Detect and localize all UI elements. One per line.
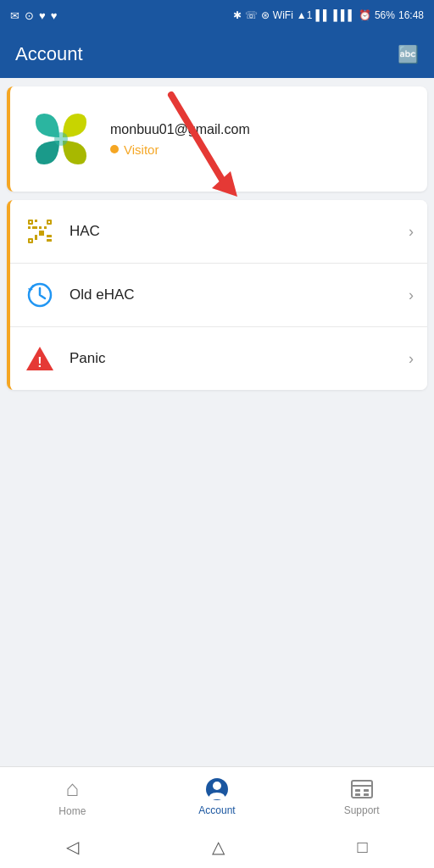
svg-rect-12 (39, 231, 44, 236)
ehac-icon (24, 279, 56, 311)
svg-rect-6 (28, 226, 31, 229)
alarm-icon: ⏰ (359, 9, 371, 21)
svg-rect-7 (32, 226, 37, 229)
panic-label: Panic (70, 350, 409, 367)
svg-rect-11 (35, 235, 37, 240)
svg-point-0 (54, 132, 68, 146)
ehac-label: Old eHAC (70, 287, 409, 303)
status-bar: ✉ ⊙ ♥ ♥ ✱ ☏ ⊛ WiFi ▲1 ▌▌ ▌▌▌ ⏰ 56% 16:48 (0, 0, 434, 31)
panic-chevron: › (409, 350, 414, 368)
profile-info: monbuu01@gmail.com Visitor (110, 122, 250, 157)
battery-text: 56% (375, 9, 395, 21)
content-area: monbuu01@gmail.com Visitor (0, 86, 434, 390)
profile-status-label: Visitor (124, 142, 159, 157)
nav-support[interactable]: Support (289, 777, 434, 816)
page-title: Account (15, 43, 83, 65)
menu-card: HAC › Old eHAC › ! (7, 200, 427, 390)
svg-rect-4 (35, 220, 37, 222)
svg-rect-17 (30, 240, 31, 242)
account-nav-label: Account (198, 804, 235, 816)
svg-rect-16 (48, 221, 50, 223)
instagram-icon: ⊙ (25, 9, 34, 22)
svg-rect-15 (30, 221, 31, 223)
svg-text:!: ! (37, 355, 42, 370)
hac-icon (24, 215, 56, 248)
status-bar-left: ✉ ⊙ ♥ ♥ (10, 9, 57, 22)
svg-rect-29 (364, 793, 369, 796)
support-nav-icon (350, 777, 374, 801)
system-nav-bar: ◁ △ □ (0, 826, 434, 868)
signal1-icon: ▌▌ (315, 9, 330, 21)
nav-account[interactable]: Account (145, 777, 290, 816)
hac-menu-item[interactable]: HAC › (10, 200, 427, 264)
account-nav-icon (205, 777, 229, 801)
phone-icon: ☏ (245, 9, 258, 21)
svg-marker-2 (212, 171, 237, 197)
wifi-icon: WiFi (273, 9, 293, 21)
status-dot (110, 145, 119, 153)
svg-rect-27 (355, 793, 360, 796)
sim-icon: ▲1 (297, 9, 313, 21)
hac-chevron: › (409, 223, 414, 241)
app-header: Account 🔤 (0, 31, 434, 78)
svg-rect-8 (39, 226, 42, 229)
signal2-icon: ▌▌▌ (333, 9, 355, 21)
back-button[interactable]: ◁ (66, 837, 79, 857)
recents-button[interactable]: □ (358, 837, 368, 857)
translate-icon[interactable]: 🔤 (398, 44, 419, 64)
profile-status-row: Visitor (110, 142, 250, 157)
old-ehac-menu-item[interactable]: Old eHAC › (10, 264, 427, 327)
bluetooth-icon: ✱ (233, 9, 242, 21)
support-nav-label: Support (344, 804, 380, 816)
heart2-icon: ♥ (51, 9, 58, 22)
svg-rect-9 (44, 226, 47, 229)
panic-menu-item[interactable]: ! Panic › (10, 327, 427, 390)
heart-icon: ♥ (39, 9, 46, 22)
bottom-nav: ⌂ Home Account Support (0, 766, 434, 826)
svg-rect-24 (352, 781, 372, 798)
ehac-chevron: › (409, 287, 414, 304)
time-display: 16:48 (398, 9, 424, 21)
nav-home[interactable]: ⌂ Home (0, 776, 145, 817)
home-nav-label: Home (58, 805, 86, 817)
svg-rect-28 (364, 789, 369, 792)
svg-rect-26 (355, 789, 360, 792)
panic-icon: ! (24, 342, 56, 375)
svg-rect-13 (47, 235, 52, 237)
message-icon: ✉ (10, 9, 19, 22)
svg-rect-14 (47, 239, 52, 242)
profile-card: monbuu01@gmail.com Visitor (7, 86, 427, 192)
status-bar-right: ✱ ☏ ⊛ WiFi ▲1 ▌▌ ▌▌▌ ⏰ 56% 16:48 (233, 9, 424, 21)
profile-email: monbuu01@gmail.com (110, 122, 250, 137)
vpn-icon: ⊛ (261, 9, 270, 21)
home-button[interactable]: △ (212, 837, 225, 857)
hac-label: HAC (70, 223, 409, 240)
app-logo (27, 105, 95, 173)
home-nav-icon: ⌂ (65, 776, 79, 802)
svg-point-23 (213, 782, 221, 790)
